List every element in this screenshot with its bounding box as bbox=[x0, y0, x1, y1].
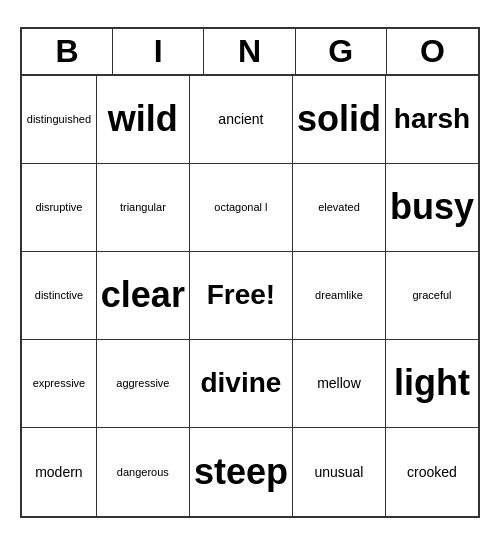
bingo-cell: distinctive bbox=[22, 252, 97, 340]
bingo-header: BINGO bbox=[22, 29, 478, 76]
bingo-cell: disruptive bbox=[22, 164, 97, 252]
bingo-cell: dreamlike bbox=[293, 252, 386, 340]
header-letter: I bbox=[113, 29, 204, 74]
bingo-cell: steep bbox=[190, 428, 293, 516]
bingo-cell: modern bbox=[22, 428, 97, 516]
bingo-cell: Free! bbox=[190, 252, 293, 340]
bingo-card: BINGO distinguishedwildancientsolidharsh… bbox=[20, 27, 480, 518]
bingo-cell: solid bbox=[293, 76, 386, 164]
header-letter: N bbox=[204, 29, 295, 74]
bingo-cell: distinguished bbox=[22, 76, 97, 164]
bingo-cell: divine bbox=[190, 340, 293, 428]
bingo-cell: harsh bbox=[386, 76, 478, 164]
bingo-cell: graceful bbox=[386, 252, 478, 340]
bingo-cell: busy bbox=[386, 164, 478, 252]
header-letter: B bbox=[22, 29, 113, 74]
bingo-cell: octagonal l bbox=[190, 164, 293, 252]
bingo-cell: dangerous bbox=[97, 428, 190, 516]
bingo-cell: unusual bbox=[293, 428, 386, 516]
header-letter: O bbox=[387, 29, 478, 74]
bingo-cell: elevated bbox=[293, 164, 386, 252]
bingo-cell: mellow bbox=[293, 340, 386, 428]
bingo-cell: aggressive bbox=[97, 340, 190, 428]
bingo-cell: wild bbox=[97, 76, 190, 164]
header-letter: G bbox=[296, 29, 387, 74]
bingo-cell: ancient bbox=[190, 76, 293, 164]
bingo-cell: light bbox=[386, 340, 478, 428]
bingo-cell: triangular bbox=[97, 164, 190, 252]
bingo-cell: expressive bbox=[22, 340, 97, 428]
bingo-cell: clear bbox=[97, 252, 190, 340]
bingo-grid: distinguishedwildancientsolidharshdisrup… bbox=[22, 76, 478, 516]
bingo-cell: crooked bbox=[386, 428, 478, 516]
